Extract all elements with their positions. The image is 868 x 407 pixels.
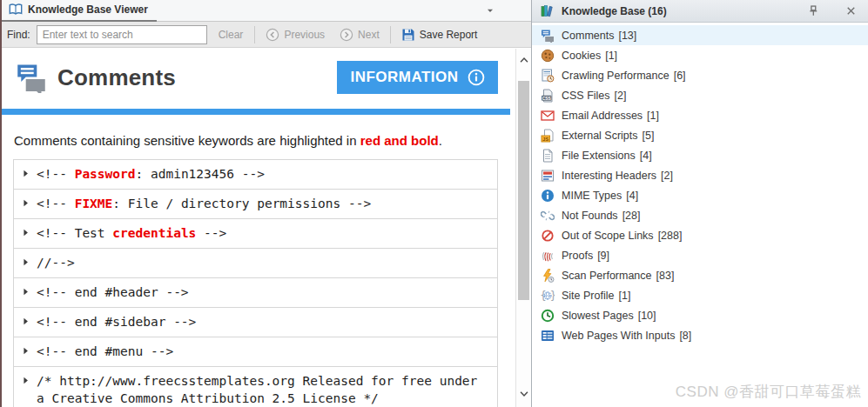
comment-row[interactable]: <!-- end #header --> — [14, 278, 497, 308]
comment-row[interactable]: <!-- Password: admin123456 --> — [14, 160, 497, 190]
information-button[interactable]: INFORMATION — [337, 61, 498, 94]
knowledge-base-panel: Knowledge Base (16) Comments[13]Cookies[… — [531, 0, 868, 407]
file-icon — [541, 149, 555, 163]
tab-knowledge-base-viewer[interactable]: Knowledge Base Viewer — [2, 0, 157, 22]
sidebar-item-file-extensions[interactable]: File Extensions[4] — [532, 145, 868, 165]
comment-text: <!-- Test credentials --> — [37, 224, 226, 242]
headers-doc-icon — [541, 169, 555, 183]
sidebar-item-site-profile[interactable]: {}Site Profile[1] — [532, 285, 868, 305]
comment-segment: /* http://www.freecsstemplates.org Relea… — [37, 374, 477, 405]
tab-title: Knowledge Base Viewer — [28, 3, 148, 16]
sidebar-item-label: Site Profile — [562, 290, 614, 302]
sidebar-item-email-addresses[interactable]: Email Addresses[1] — [532, 105, 868, 125]
comment-text: <!-- end #menu --> — [37, 343, 173, 360]
clear-button[interactable]: Clear — [213, 26, 249, 43]
sidebar-item-label: Email Addresses — [562, 110, 643, 122]
sidebar-item-scan-performance[interactable]: Scan Performance[83] — [532, 265, 868, 285]
svg-text:JS: JS — [542, 136, 548, 141]
out-of-scope-icon — [541, 229, 555, 243]
sidebar-item-external-scripts[interactable]: JSExternal Scripts[5] — [532, 125, 868, 145]
sidebar-item-cookies[interactable]: Cookies[1] — [532, 45, 868, 65]
sidebar-item-not-founds[interactable]: Not Founds[28] — [532, 205, 868, 225]
description-highlight: red and bold — [360, 133, 439, 148]
comment-row[interactable]: //--> — [14, 249, 497, 278]
sidebar-item-count: [8] — [679, 330, 691, 342]
info-blue-icon — [541, 189, 555, 203]
sidebar-item-slowest-pages[interactable]: Slowest Pages[10] — [532, 305, 868, 325]
expand-arrow-icon[interactable] — [21, 198, 30, 208]
scrollbar-thumb[interactable] — [518, 81, 529, 300]
sidebar-item-count: [4] — [626, 190, 638, 202]
sidebar-item-label: Not Founds — [562, 210, 618, 222]
scroll-up-icon[interactable] — [518, 54, 530, 66]
comment-segment: //--> — [37, 256, 75, 270]
expand-arrow-icon[interactable] — [21, 287, 30, 297]
accent-divider — [2, 109, 510, 115]
expand-arrow-icon[interactable] — [21, 346, 30, 356]
sidebar-item-label: Slowest Pages — [562, 310, 634, 322]
sidebar-item-label: CSS Files — [562, 90, 610, 102]
svg-text:CSS: CSS — [542, 96, 552, 100]
comment-row[interactable]: <!-- end #menu --> — [14, 337, 497, 367]
find-toolbar: Find: Clear Previous Next Save Report — [2, 22, 531, 48]
chevron-down-icon[interactable] — [484, 4, 496, 17]
email-icon — [541, 109, 555, 123]
knowledge-base-viewer-window: Knowledge Base Viewer Find: Clear Previo… — [0, 0, 868, 407]
broken-link-icon — [541, 209, 555, 223]
description-prefix: Comments containing sensitive keywords a… — [14, 133, 360, 148]
expand-arrow-icon[interactable] — [21, 257, 30, 267]
information-label: INFORMATION — [350, 69, 458, 86]
script-js-icon: JS — [541, 129, 555, 143]
arrow-left-circle-icon — [266, 28, 279, 42]
comment-row[interactable]: <!-- Test credentials --> — [14, 219, 497, 249]
sidebar-item-label: Comments — [562, 30, 614, 42]
viewer-panel: Knowledge Base Viewer Find: Clear Previo… — [2, 0, 531, 407]
sidebar-item-web-pages-with-inputs[interactable]: Web Pages With Inputs[8] — [532, 325, 868, 345]
comment-text: //--> — [37, 254, 75, 271]
sidebar-item-crawling-performance[interactable]: Crawling Performance[6] — [532, 65, 868, 85]
save-report-button[interactable]: Save Report — [397, 25, 482, 44]
comment-text: <!-- end #sidebar --> — [37, 313, 196, 330]
comment-segment: <!-- — [37, 167, 75, 181]
expand-arrow-icon[interactable] — [21, 228, 30, 237]
sidebar-item-comments[interactable]: Comments[13] — [532, 25, 868, 45]
sidebar-item-out-of-scope-links[interactable]: Out of Scope Links[288] — [532, 225, 868, 245]
sidebar-item-label: File Extensions — [562, 150, 636, 162]
comment-row[interactable]: <!-- end #sidebar --> — [14, 308, 497, 337]
vertical-scrollbar[interactable] — [515, 49, 531, 407]
next-label: Next — [358, 29, 380, 41]
comment-row[interactable]: <!-- FIXME: File / directory permissions… — [14, 190, 497, 219]
previous-button[interactable]: Previous — [261, 25, 329, 44]
search-input[interactable] — [37, 25, 207, 44]
sidebar-item-count: [28] — [622, 210, 641, 222]
sidebar-item-mime-types[interactable]: MIME Types[4] — [532, 185, 868, 205]
sidebar-item-label: Crawling Performance — [562, 70, 670, 82]
comment-segment: : admin123456 --> — [136, 167, 265, 181]
sidebar-item-label: Out of Scope Links — [562, 230, 654, 242]
expand-arrow-icon[interactable] — [21, 169, 30, 178]
comment-row[interactable]: /* http://www.freecsstemplates.org Relea… — [14, 367, 497, 407]
sidebar-item-count: [10] — [638, 310, 656, 322]
sensitive-keyword: credentials — [112, 226, 196, 240]
sidebar-item-css-files[interactable]: CSSCSS Files[2] — [532, 85, 868, 105]
sidebar-item-proofs[interactable]: Proofs[9] — [532, 245, 868, 265]
expand-arrow-icon[interactable] — [21, 376, 30, 385]
comment-segment: <!-- end #menu --> — [37, 344, 173, 358]
next-button[interactable]: Next — [335, 25, 384, 44]
description-text: Comments containing sensitive keywords a… — [14, 133, 515, 148]
expand-arrow-icon[interactable] — [21, 317, 30, 326]
pin-icon[interactable] — [807, 4, 820, 17]
close-icon[interactable] — [844, 4, 858, 17]
sidebar-item-interesting-headers[interactable]: Interesting Headers[2] — [532, 165, 868, 185]
sidebar-item-label: Scan Performance — [562, 270, 652, 282]
comment-segment: <!-- — [37, 197, 75, 210]
sidebar-item-count: [5] — [643, 130, 655, 142]
sidebar-item-count: [83] — [656, 270, 675, 282]
comment-segment: <!-- end #sidebar --> — [37, 315, 196, 329]
globe-braces-icon: {} — [541, 289, 555, 303]
book-icon — [9, 3, 23, 17]
comment-segment: <!-- end #header --> — [37, 285, 189, 299]
scroll-down-icon[interactable] — [518, 388, 530, 400]
sidebar-item-count: [1] — [605, 50, 617, 62]
title-bar: Knowledge Base Viewer — [2, 0, 531, 22]
